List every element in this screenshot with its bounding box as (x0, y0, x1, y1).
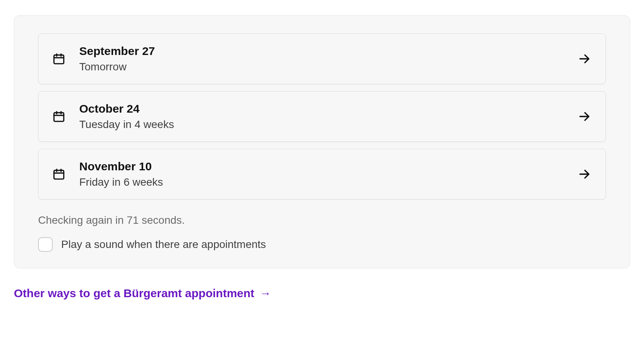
alternative-link-row: Other ways to get a Bürgeramt appointmen… (14, 287, 630, 300)
appointment-text: October 24 Tuesday in 4 weeks (79, 102, 569, 131)
sound-checkbox[interactable] (38, 237, 53, 252)
appointment-relative: Tomorrow (79, 60, 569, 73)
appointment-card[interactable]: October 24 Tuesday in 4 weeks (38, 91, 606, 142)
arrow-right-icon (578, 110, 591, 123)
appointment-date: November 10 (79, 160, 569, 173)
appointment-text: November 10 Friday in 6 weeks (79, 160, 569, 188)
appointment-card[interactable]: September 27 Tomorrow (38, 33, 606, 84)
calendar-icon (52, 110, 68, 123)
calendar-icon (52, 52, 68, 65)
appointment-relative: Tuesday in 4 weeks (79, 118, 569, 131)
appointment-date: October 24 (79, 102, 569, 116)
svg-rect-5 (54, 113, 64, 121)
arrow-right-icon: → (260, 287, 271, 300)
page-root: September 27 Tomorrow Oc (0, 0, 644, 311)
other-ways-link[interactable]: Other ways to get a Bürgeramt appointmen… (14, 287, 271, 300)
calendar-icon (52, 168, 68, 181)
arrow-right-icon (578, 52, 591, 65)
svg-rect-10 (54, 170, 64, 179)
refresh-status: Checking again in 71 seconds. (38, 214, 606, 226)
appointment-date: September 27 (79, 45, 569, 58)
other-ways-link-text: Other ways to get a Bürgeramt appointmen… (14, 287, 254, 300)
appointments-panel: September 27 Tomorrow Oc (14, 15, 630, 268)
sound-option-row: Play a sound when there are appointments (38, 237, 606, 252)
appointment-text: September 27 Tomorrow (79, 45, 569, 73)
sound-checkbox-label: Play a sound when there are appointments (61, 238, 266, 251)
svg-rect-0 (54, 55, 64, 64)
arrow-right-icon (578, 168, 591, 181)
appointment-card[interactable]: November 10 Friday in 6 weeks (38, 149, 606, 200)
appointment-relative: Friday in 6 weeks (79, 176, 569, 189)
